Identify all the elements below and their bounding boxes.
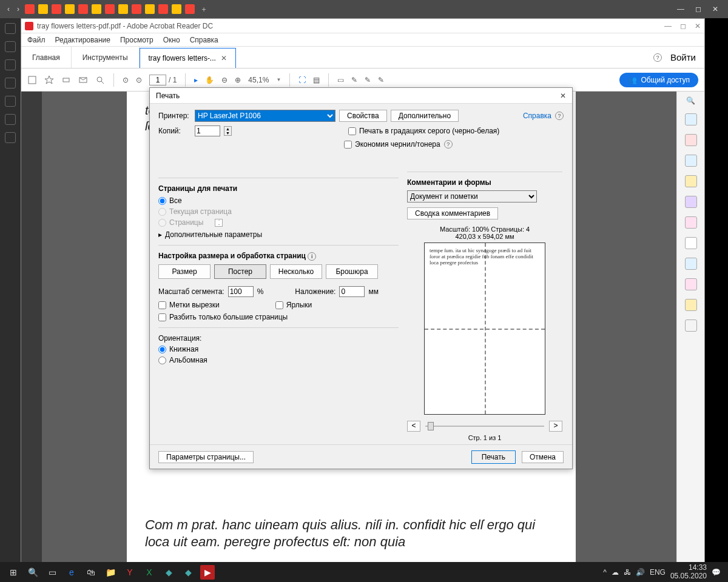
pages-current-radio[interactable]: Текущая страница — [158, 207, 399, 216]
preview-slider[interactable] — [425, 426, 544, 427]
tray-expand-icon[interactable]: ^ — [603, 568, 607, 577]
tab-favicon[interactable] — [132, 4, 141, 14]
share-button[interactable]: 👥 Общий доступ — [619, 73, 698, 87]
mail-icon[interactable] — [78, 75, 88, 85]
tab-favicon[interactable] — [118, 4, 128, 14]
explorer-icon[interactable]: 📁 — [103, 565, 118, 580]
save-icon[interactable] — [27, 75, 37, 85]
side-tool-icon[interactable] — [5, 59, 16, 70]
save-ink-checkbox[interactable]: Экономия чернил/тонера — [344, 140, 440, 149]
acrobat-max-icon[interactable]: ◻ — [680, 22, 686, 30]
tab-close-icon[interactable]: ✕ — [221, 54, 227, 62]
help-icon[interactable]: ? — [653, 53, 662, 62]
side-tool-icon[interactable] — [5, 132, 16, 143]
menu-file[interactable]: Файл — [27, 36, 46, 44]
copies-input[interactable] — [195, 125, 220, 136]
labels-checkbox[interactable]: Ярлыки — [275, 301, 312, 309]
highlight-icon[interactable]: ✎ — [351, 76, 357, 84]
yandex-icon[interactable]: Y — [123, 565, 137, 580]
tab-favicon[interactable] — [38, 4, 48, 14]
side-tool-icon[interactable] — [5, 96, 16, 107]
tray-language[interactable]: ENG — [650, 568, 666, 577]
tray-volume-icon[interactable]: 🔊 — [636, 568, 645, 577]
pages-range-input[interactable] — [215, 219, 223, 227]
search-icon[interactable] — [95, 75, 105, 85]
star-icon[interactable] — [44, 75, 54, 85]
tool-compress-icon[interactable] — [685, 258, 697, 270]
tile-scale-input[interactable] — [228, 286, 254, 297]
page-down-icon[interactable]: ⊙ — [136, 76, 142, 84]
poster-button[interactable]: Постер — [214, 264, 266, 279]
tab-favicon[interactable] — [92, 4, 101, 14]
overlap-input[interactable] — [339, 286, 365, 297]
dialog-close-icon[interactable]: ✕ — [560, 92, 566, 100]
only-large-checkbox[interactable]: Разбить только большие страницы — [158, 313, 399, 321]
search-icon[interactable]: 🔍 — [25, 565, 40, 580]
tab-favicon[interactable] — [52, 4, 61, 14]
stamp-icon[interactable]: ✎ — [365, 76, 371, 84]
preview-next-button[interactable]: > — [549, 421, 562, 432]
tab-favicon[interactable] — [185, 4, 195, 14]
start-button[interactable]: ⊞ — [6, 565, 21, 580]
hand-tool-icon[interactable]: ✋ — [205, 76, 214, 84]
tab-tools[interactable]: Инструменты — [72, 47, 140, 68]
comments-select[interactable]: Документ и пометки — [407, 190, 537, 202]
acrobat-min-icon[interactable]: — — [664, 22, 672, 30]
app-icon[interactable]: ◆ — [181, 565, 195, 580]
grayscale-checkbox[interactable]: Печать в градациях серого (черно-белая) — [348, 127, 499, 135]
tool-fill-icon[interactable] — [685, 278, 697, 290]
menu-edit[interactable]: Редактирование — [55, 36, 110, 44]
tool-edit-icon[interactable] — [685, 155, 697, 167]
fit-page-icon[interactable]: ▤ — [313, 76, 320, 84]
print-button[interactable]: Печать — [471, 450, 516, 464]
tool-create-icon[interactable] — [685, 134, 697, 146]
nav-back-icon[interactable]: ‹ — [7, 5, 10, 13]
side-tool-icon[interactable] — [5, 41, 16, 52]
new-tab-icon[interactable]: ＋ — [200, 4, 207, 15]
taskview-icon[interactable]: ▭ — [45, 565, 59, 580]
menu-window[interactable]: Окно — [163, 36, 180, 44]
tool-send-icon[interactable] — [685, 299, 697, 311]
tray-clock[interactable]: 14:33 05.05.2020 — [670, 564, 707, 580]
tab-favicon[interactable] — [65, 4, 75, 14]
info-icon[interactable]: i — [308, 252, 316, 261]
booklet-button[interactable]: Брошюра — [326, 264, 378, 279]
help-icon[interactable]: ? — [555, 112, 564, 120]
tab-favicon[interactable] — [145, 4, 155, 14]
tray-notifications-icon[interactable]: 💬 — [712, 568, 721, 577]
size-button[interactable]: Размер — [158, 264, 211, 279]
info-icon[interactable]: ? — [444, 140, 453, 149]
tool-more-icon[interactable] — [685, 319, 697, 332]
properties-button[interactable]: Свойства — [339, 110, 387, 122]
pages-range-radio[interactable]: Страницы — [158, 218, 399, 227]
zoom-icon[interactable]: 🔍 — [686, 96, 695, 105]
comment-icon[interactable]: ▭ — [337, 76, 344, 84]
page-up-icon[interactable]: ⊙ — [123, 76, 129, 84]
tool-combine-icon[interactable] — [685, 196, 697, 208]
tab-home[interactable]: Главная — [21, 47, 72, 68]
landscape-radio[interactable]: Альбомная — [158, 356, 399, 364]
pages-all-radio[interactable]: Все — [158, 196, 399, 205]
cancel-button[interactable]: Отмена — [522, 451, 564, 463]
tool-export-icon[interactable] — [685, 113, 697, 125]
signin-link[interactable]: Войти — [670, 52, 696, 62]
tool-comment-icon[interactable] — [685, 175, 697, 187]
help-link[interactable]: Справка — [523, 112, 551, 120]
menu-view[interactable]: Просмотр — [120, 36, 153, 44]
tab-document[interactable]: tray flowers letters-... ✕ — [140, 48, 236, 68]
zoom-value[interactable]: 45,1% — [248, 76, 269, 84]
zoom-out-icon[interactable]: ⊖ — [221, 76, 228, 84]
browser-close-icon[interactable]: ✕ — [712, 5, 718, 13]
tray-cloud-icon[interactable]: ☁ — [612, 568, 619, 577]
acrobat-close-icon[interactable]: ✕ — [695, 22, 701, 30]
preview-prev-button[interactable]: < — [407, 421, 420, 432]
excel-icon[interactable]: X — [142, 565, 157, 580]
side-tool-icon[interactable] — [5, 23, 16, 34]
nav-panel[interactable] — [21, 92, 42, 562]
store-icon[interactable]: 🛍 — [84, 565, 98, 580]
more-options-toggle[interactable]: ▸ Дополнительные параметры — [158, 230, 399, 239]
app-icon[interactable]: ◆ — [161, 565, 176, 580]
tray-network-icon[interactable]: 🖧 — [624, 568, 631, 577]
tab-favicon[interactable] — [158, 4, 168, 14]
browser-min-icon[interactable]: — — [677, 5, 684, 13]
